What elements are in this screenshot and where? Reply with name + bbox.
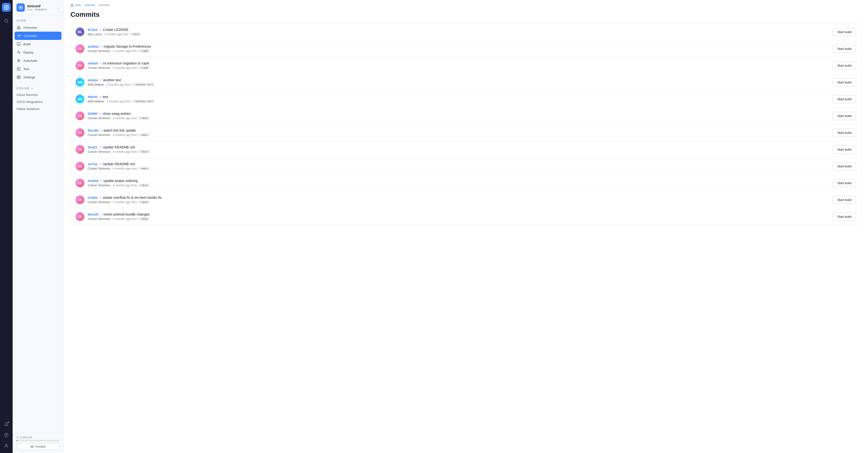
commit-hash[interactable]: fb74e2 [88,28,98,32]
start-build-button[interactable]: Start build [833,129,856,137]
sidebar-item-test[interactable]: Test [13,65,63,73]
branch-icon: ⌥ [140,201,141,203]
commit-info: 244059 ↗ update avatar ordering Conner S… [88,179,829,187]
commit-meta: Conner Simmons · 4 months ago from ⌥main [88,167,829,170]
start-build-button[interactable]: Start build [833,45,856,53]
commit-hash[interactable]: f5a421 [88,145,97,149]
commit-hash[interactable]: 84cd58 [88,129,98,132]
start-build-button[interactable]: Start build [833,95,856,103]
commit-hash[interactable]: 95dc80 [88,213,98,216]
start-build-button[interactable]: Start build [833,213,856,221]
commit-hash[interactable]: 9953f2 [88,95,97,99]
commit-hash[interactable]: b0dafe [88,78,98,82]
commit-hash[interactable]: 244059 [88,179,98,183]
notification-badge: 1 [7,421,10,423]
notifications-icon[interactable]: 1 [2,420,11,429]
breadcrumb-sep-1: / [83,3,83,7]
commit-author: Conner Simmons [88,49,110,53]
commit-hash[interactable]: 2a7faa [88,162,97,166]
external-link-icon: ↗ [99,146,101,149]
svg-rect-17 [72,4,73,5]
commit-author: Matt Netkow [88,83,104,86]
account-icon[interactable] [2,441,11,450]
commit-author: Conner Simmons [88,66,110,69]
commit-info: efb6d0 ↗ vs extension migration to cap4 … [88,61,829,69]
sidebar-item-build[interactable]: Build [13,40,63,48]
avatar: CS [75,128,84,137]
explore-cloud-services[interactable]: Cloud Services [13,91,63,98]
app-logo[interactable] [2,3,11,12]
start-build-button[interactable]: Start build [833,145,856,153]
sidebar-item-automate[interactable]: Automate [13,56,63,65]
commit-title-line: 244059 ↗ update avatar ordering [88,179,829,183]
commit-hash[interactable]: ab581d [88,45,99,49]
commit-info: 03899f ↗ close swag entries Conner Simmo… [88,112,829,120]
help-icon[interactable] [2,431,11,440]
commit-row: CS 244059 ↗ update avatar ordering Conne… [71,175,861,192]
usage-label: 0 / 5,000,000 [17,436,60,439]
branch-badge: ⌥cap4 [138,49,150,53]
commit-row: MN 9953f2 ↗ test Matt Netkow · 3 months … [71,91,861,108]
branch-badge: ⌥main [138,167,150,170]
explore-cicd-integrations[interactable]: CI/CD Integrations [13,98,63,105]
automate-icon [17,58,21,63]
svg-point-7 [19,35,20,36]
commit-time: · 4 months ago from [111,184,137,187]
sidebar-item-automate-label: Automate [23,59,37,62]
commit-hash[interactable]: 03899f [88,112,97,116]
commit-title-line: 03899f ↗ close swag entries [88,112,829,116]
svg-point-14 [18,77,19,78]
branch-badge: ⌥netkow-test [132,83,155,86]
external-link-icon: ↗ [100,179,102,182]
commit-message: close swag entries [102,112,130,116]
commit-info: ab581d ↗ migrate Storage to Preferences … [88,45,829,53]
sidebar-footer: 0 / 5,000,000 Preview [13,433,63,453]
commit-author: Conner Simmons [88,217,110,221]
external-link-icon: ↗ [100,213,102,216]
commit-author: Conner Simmons [88,133,110,137]
start-build-button[interactable]: Start build [833,196,856,204]
commit-hash[interactable]: efb6d0 [88,61,98,65]
external-link-icon: ↗ [100,129,102,132]
commit-row: ML fb74e2 ↗ Create LICENSE Max Lynch · 2… [71,24,861,40]
start-build-button[interactable]: Start build [833,179,856,187]
sidebar-item-deploy[interactable]: Deploy [13,48,63,56]
commit-info: f5a421 ↗ Update README.md Conner Simmons… [88,145,829,153]
commit-hash[interactable]: b33f64 [88,196,98,199]
start-build-button[interactable]: Start build [833,112,856,120]
commit-meta: Conner Simmons · 4 months ago from ⌥main [88,183,829,187]
branch-badge: ⌥cap4 [138,66,150,69]
start-build-button[interactable]: Start build [833,162,856,170]
eye-icon [30,445,34,448]
preview-button[interactable]: Preview [17,443,60,450]
branch-icon: ⌥ [140,50,141,52]
start-build-button[interactable]: Start build [833,61,856,69]
commit-message: Create LICENSE [103,28,128,32]
commit-meta: Matt Netkow · 3 months ago from ⌥netkow-… [88,83,829,86]
sidebar-item-settings[interactable]: Settings [13,73,63,81]
sidebar-item-overview[interactable]: Overview [13,23,63,32]
breadcrumb-ionic[interactable]: ionic [75,3,81,7]
avatar: ML [75,28,84,36]
commit-author: Conner Simmons [88,167,110,170]
breadcrumb-sep-2: / [96,3,97,7]
branch-badge: ⌥main [138,116,150,120]
explore-native-solutions[interactable]: Native Solutions [13,105,63,112]
commit-time: · 3 months ago from [111,49,137,53]
start-build-button[interactable]: Start build [833,28,856,36]
app-sub: ionic · 48d8d9e9 [27,8,47,11]
commit-author: Max Lynch [88,33,102,36]
search-icon[interactable] [2,17,11,25]
commit-author: Conner Simmons [88,150,110,153]
page-title: Commits [70,11,861,19]
svg-point-1 [5,6,7,8]
avatar: CS [75,44,84,53]
start-build-button[interactable]: Start build [833,78,856,86]
commit-info: fb74e2 ↗ Create LICENSE Max Lynch · 2 mo… [88,28,829,36]
sidebar-item-commits[interactable]: Commits [14,32,61,40]
commit-message: Update README.md [102,162,135,166]
commit-time: · 2 months ago from [103,33,129,36]
app-chevron-icon[interactable]: ⌄ [57,6,60,9]
branch-icon: ⌥ [140,117,141,119]
breadcrumb-ioniconf[interactable]: ioniconf [85,3,95,7]
